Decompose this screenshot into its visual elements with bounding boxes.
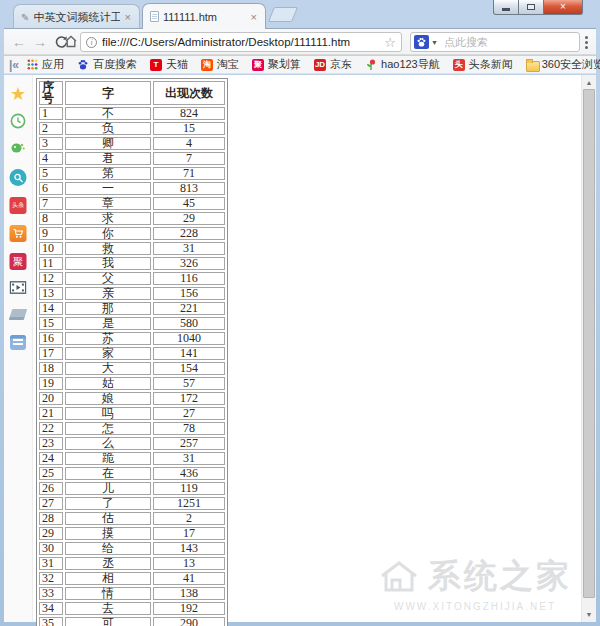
- folder-icon: [526, 59, 538, 71]
- char-frequency-table: 序号字出现次数 1不8242负153卿44君75第716一8137章458求29…: [36, 78, 228, 626]
- cell-index: 17: [39, 347, 63, 360]
- minimize-button[interactable]: [493, 0, 519, 15]
- table-row: 24跪31: [39, 452, 225, 465]
- game-pet-icon[interactable]: [11, 141, 26, 154]
- novel-icon[interactable]: [9, 309, 28, 320]
- table-row: 11我326: [39, 257, 225, 270]
- cell-char: 去: [65, 602, 151, 615]
- bookmark-item[interactable]: JD京东: [314, 57, 352, 72]
- tab-word-freq-tool[interactable]: ✎ 中英文词频统计工具 ×: [13, 4, 140, 29]
- table-row: 18大154: [39, 362, 225, 375]
- maximize-icon: [527, 4, 535, 10]
- close-button[interactable]: ×: [544, 0, 583, 15]
- cell-index: 15: [39, 317, 63, 330]
- baidu-paw-icon: [77, 59, 89, 71]
- baidu-paw-icon[interactable]: [414, 35, 429, 49]
- table-row: 25在436: [39, 467, 225, 480]
- scrollbar-thumb[interactable]: [583, 89, 595, 598]
- cell-char: 父: [65, 272, 151, 285]
- browser-window: ✎ 中英文词频统计工具 × 111111.htm × × ← → i file:…: [0, 0, 600, 626]
- favorites-star-icon[interactable]: ★: [10, 83, 26, 105]
- table-row: 17家141: [39, 347, 225, 360]
- cell-index: 19: [39, 377, 63, 390]
- bookmark-item[interactable]: 头头条新闻: [453, 57, 513, 72]
- watermark-url: WWW.XITONGZHIJIA.NET: [378, 601, 572, 612]
- page-info-icon[interactable]: i: [86, 37, 97, 48]
- bookmark-item[interactable]: 360安全浏览器: [526, 57, 600, 72]
- bookmark-item[interactable]: T天猫: [150, 57, 188, 72]
- new-tab-button[interactable]: [268, 7, 298, 22]
- bookmark-item[interactable]: 应用: [26, 57, 64, 72]
- cell-char: 章: [65, 197, 151, 210]
- cell-count: 156: [153, 287, 225, 300]
- bookmark-label: 头条新闻: [469, 57, 513, 72]
- video-icon[interactable]: [10, 281, 27, 294]
- cell-count: 1040: [153, 332, 225, 345]
- sidebar-collapse-icon[interactable]: |«: [9, 58, 19, 72]
- search-icon[interactable]: [10, 169, 27, 186]
- table-row: 34去192: [39, 602, 225, 615]
- table-row: 16苏1040: [39, 332, 225, 345]
- search-box[interactable]: ▼ 点此搜索: [410, 32, 580, 52]
- cell-char: 娘: [65, 392, 151, 405]
- cell-count: 2: [153, 512, 225, 525]
- cell-char: 情: [65, 587, 151, 600]
- taobao-icon: 淘: [201, 59, 213, 71]
- home-icon[interactable]: [62, 34, 80, 52]
- cell-count: 4: [153, 137, 225, 150]
- vertical-scrollbar[interactable]: ▲ ▼: [581, 75, 596, 622]
- table-row: 4君7: [39, 152, 225, 165]
- bookmark-item[interactable]: 淘淘宝: [201, 57, 239, 72]
- cell-count: 119: [153, 482, 225, 495]
- maximize-button[interactable]: [519, 0, 544, 15]
- url-text[interactable]: file:///C:/Users/Administrator/Desktop/1…: [102, 36, 379, 48]
- bookmark-label: 淘宝: [217, 57, 239, 72]
- bookmark-item[interactable]: hao123导航: [365, 57, 440, 72]
- cell-char: 吗: [65, 407, 151, 420]
- bookmark-label: 天猫: [166, 57, 188, 72]
- cell-count: 29: [153, 212, 225, 225]
- shopping-cart-icon[interactable]: [10, 225, 27, 242]
- history-clock-icon[interactable]: [10, 113, 26, 129]
- tab-close-icon[interactable]: ×: [250, 12, 258, 22]
- table-row: 5第71: [39, 167, 225, 180]
- cell-count: 71: [153, 167, 225, 180]
- bookmark-label: 360安全浏览器: [542, 57, 600, 72]
- scroll-up-icon[interactable]: ▲: [582, 75, 596, 90]
- cell-index: 12: [39, 272, 63, 285]
- search-placeholder[interactable]: 点此搜索: [444, 35, 488, 50]
- menu-icon[interactable]: [579, 33, 593, 51]
- cell-char: 摸: [65, 527, 151, 540]
- toutiao-icon[interactable]: 头条: [10, 197, 27, 214]
- cell-count: 138: [153, 587, 225, 600]
- tab-111111-htm[interactable]: 111111.htm ×: [142, 3, 266, 29]
- cell-index: 24: [39, 452, 63, 465]
- translate-icon[interactable]: [10, 335, 26, 350]
- column-header: 字: [65, 81, 151, 105]
- bookmark-item[interactable]: 聚聚划算: [252, 57, 301, 72]
- forward-icon[interactable]: →: [31, 33, 49, 51]
- apps-grid-icon: [26, 59, 38, 71]
- cell-count: 172: [153, 392, 225, 405]
- chevron-down-icon[interactable]: ▼: [431, 39, 438, 46]
- cell-count: 813: [153, 182, 225, 195]
- table-row: 30给143: [39, 542, 225, 555]
- cell-count: 326: [153, 257, 225, 270]
- back-icon[interactable]: ←: [10, 33, 28, 51]
- cell-index: 11: [39, 257, 63, 270]
- tab-close-icon[interactable]: ×: [124, 12, 132, 22]
- cell-count: 154: [153, 362, 225, 375]
- scroll-down-icon[interactable]: ▼: [582, 607, 596, 622]
- cell-index: 25: [39, 467, 63, 480]
- watermark-house-icon: [378, 560, 420, 594]
- bookmark-item[interactable]: 百度搜索: [77, 57, 137, 72]
- freq-table-body: 1不8242负153卿44君75第716一8137章458求299你22810救…: [39, 107, 225, 626]
- cell-char: 我: [65, 257, 151, 270]
- cell-count: 116: [153, 272, 225, 285]
- tab-label: 中英文词频统计工具: [33, 10, 119, 25]
- cell-index: 27: [39, 497, 63, 510]
- bookmark-star-icon[interactable]: ☆: [384, 35, 396, 50]
- address-bar[interactable]: i file:///C:/Users/Administrator/Desktop…: [80, 32, 402, 52]
- juhuasuan-icon[interactable]: 聚: [10, 253, 27, 270]
- cell-count: 78: [153, 422, 225, 435]
